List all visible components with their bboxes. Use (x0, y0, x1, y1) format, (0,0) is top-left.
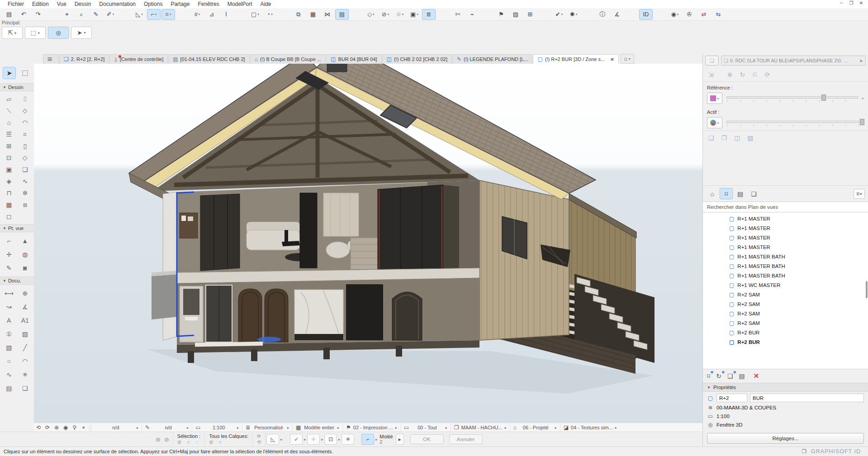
quick-option[interactable]: n/d ▸ (91, 423, 142, 432)
document-tab[interactable]: ❏ 2. R+2 [2. R+2] (59, 54, 109, 64)
info-icon[interactable]: ⓘ (596, 9, 609, 20)
maximize-icon[interactable]: ❐ (846, 0, 856, 5)
toolbox-section-docu[interactable]: ▼ Docu. (0, 277, 34, 285)
snap-point-toggle[interactable]: ⌐ (361, 434, 374, 445)
editing-plane-icon[interactable]: ▤ (335, 9, 349, 20)
grid-snap-icon[interactable]: #▾ (190, 9, 204, 20)
document-3d-tool[interactable]: ◍ (18, 248, 32, 261)
menu-item[interactable]: Fenêtres (194, 0, 223, 8)
arc-tool[interactable]: ◠ (18, 354, 32, 368)
reference-color-button[interactable]: ▸ (707, 93, 722, 104)
section-tool[interactable]: ⌐ (2, 234, 16, 248)
window-tool[interactable]: ⊡ (2, 152, 16, 164)
save-current-view-icon[interactable]: ⌑ ⊕ (707, 372, 710, 380)
swap-reference-icon[interactable]: ⎌ (752, 71, 757, 78)
zoom-in-icon[interactable]: ⊕ (52, 424, 61, 431)
morph-tool[interactable]: ◈ (2, 175, 16, 187)
worksheet-tool[interactable]: ✎ (2, 261, 16, 275)
zoom-forward-icon[interactable]: ⟳ (43, 424, 52, 431)
menu-item[interactable]: Documentation (95, 0, 140, 8)
selection-visibility-icon[interactable]: ⊘ (177, 439, 181, 445)
flag-icon[interactable]: ⚑ (494, 9, 508, 20)
column-tool[interactable]: ⌷ (18, 93, 32, 105)
beam-tool[interactable]: ⟍ (2, 105, 16, 117)
marquee-restrict-icon[interactable]: ▢▾ (248, 9, 262, 20)
zoom-back-icon[interactable]: ⟲ (34, 424, 43, 431)
menu-item[interactable]: Dessin (71, 0, 95, 8)
snap-plus-button[interactable]: ✛ (307, 434, 320, 445)
undo-icon[interactable]: ↶ (17, 9, 30, 20)
view-list-item[interactable]: ▢ R+1 MASTER BATH (703, 261, 868, 271)
favorites-icon[interactable]: ☆▾ (393, 9, 407, 20)
inject-parameters-icon[interactable]: ✐▾ (104, 9, 117, 20)
minimize-icon[interactable]: ─ (836, 0, 846, 5)
snap-check-button[interactable]: ✓ (290, 434, 303, 445)
curtain-wall-tool[interactable]: ⊞ (2, 140, 16, 152)
arrow-tool[interactable]: ➤ ▾ (71, 27, 92, 39)
rebuild-reference-icon[interactable]: ⟳ (764, 71, 770, 78)
grab-reference-icon[interactable]: ❏ (708, 134, 714, 141)
stair-tool[interactable]: ☰ (2, 128, 16, 140)
roof-tool[interactable]: ⌂ (2, 117, 16, 128)
suspend-groups-icon[interactable]: ⊜ (156, 436, 161, 443)
guides-display-icon[interactable]: ≣ (422, 9, 436, 20)
quick-option[interactable]: ⚑ 02 - Impression ... ▸ (342, 423, 400, 432)
redo-icon[interactable]: ↷ (31, 9, 45, 20)
search-icon[interactable]: ⌕ (75, 9, 88, 20)
line-tool[interactable]: ╱ (18, 341, 32, 354)
elevation-tool[interactable]: ▲ (18, 234, 32, 248)
view-list-item[interactable]: ▢ R+1 MASTER (703, 223, 868, 233)
find-select-icon[interactable]: ⌖ (60, 9, 74, 20)
object-tool[interactable]: ❏ (18, 164, 32, 175)
document-tab[interactable]: ◫ (!) CHB 2 02 [CHB 2 02] (382, 54, 452, 64)
view-settings-icon[interactable]: ▤ (739, 372, 745, 380)
wall-tool[interactable]: ▱ (2, 93, 16, 105)
navigator-menu-button[interactable]: ≡ ▸ (854, 189, 865, 199)
layer-visibility-icon[interactable]: ○ (218, 439, 222, 445)
fill-tool[interactable]: ▨ (18, 327, 32, 341)
list-scrollbar[interactable] (866, 281, 868, 298)
document-tab[interactable]: ⊞ (43, 54, 59, 64)
new-folder-icon[interactable]: ❏ ⊕ (727, 372, 733, 380)
spray-icon[interactable]: ✺▾ (567, 9, 580, 20)
menu-item[interactable]: Vue (53, 0, 71, 8)
actif-color-button[interactable]: ▸ (707, 117, 722, 128)
views-icon[interactable]: ▣▾ (408, 9, 421, 20)
orbit-icon[interactable]: ◉ (61, 424, 70, 431)
publisher-tab[interactable]: ❏ (748, 188, 760, 199)
quick-option[interactable]: ❐ MAAM - HACHU... ▸ (451, 423, 510, 432)
splitter-icon[interactable]: ◫ (734, 134, 740, 141)
menu-item[interactable]: Partage (166, 0, 194, 8)
guide-square-button[interactable]: ◺ (266, 434, 279, 445)
grid-element-tool[interactable]: ⧈ (18, 199, 32, 211)
renumber-icon[interactable]: ▦ (306, 9, 320, 20)
zone-stamp-tool[interactable]: ① (2, 327, 16, 341)
document-tab[interactable]: ◫ BUR 04 [BUR 04] (326, 54, 382, 64)
offset-toggle[interactable]: ◎ (48, 27, 69, 39)
circle-tool[interactable]: ○ (2, 354, 16, 368)
shell-tool[interactable]: ◠ (18, 117, 32, 128)
properties-section-header[interactable]: ▼ Propriétés (703, 383, 868, 392)
cancel-button[interactable]: Annuler (449, 434, 483, 444)
level-dimension-tool[interactable]: ⊕ (18, 287, 32, 300)
marquee-combo[interactable]: ⬚ ▸ (25, 27, 46, 39)
slider-arrow-icon[interactable]: ▸ (862, 96, 864, 100)
settings-button[interactable]: Réglages... (707, 433, 864, 444)
save-icon[interactable]: ▤ (2, 9, 16, 20)
morph-icon[interactable]: ◇▾ (364, 9, 378, 20)
document-tab[interactable]: ✎ (!) LEGENDE PLAFOND [L... (452, 54, 532, 64)
fills-off-icon[interactable]: ▨ (747, 134, 753, 141)
quick-option[interactable]: ▭ 1:100 ▸ (192, 423, 242, 432)
interior-elevation-tool[interactable]: ✛ (2, 248, 16, 261)
viewport-3d[interactable] (34, 64, 702, 423)
edit-frame-button[interactable]: ⊡ (324, 434, 337, 445)
eye-preview-icon[interactable]: ◉▾ (668, 9, 682, 20)
fill-display-icon[interactable]: ▨ (509, 9, 522, 20)
pickup-parameters-icon[interactable]: ✎ (89, 9, 103, 20)
magnet-icon[interactable]: ⌇ (219, 9, 233, 20)
actif-opacity-slider[interactable] (726, 118, 864, 127)
view-list-item[interactable]: ▢ R+1 MASTER (703, 214, 868, 223)
ghost-frame-icon[interactable]: ❏ (705, 56, 719, 66)
switch-reference-icon[interactable]: ⇲ (708, 71, 714, 78)
view-list-item[interactable]: ▢ R+1 MASTER BATH (703, 252, 868, 261)
